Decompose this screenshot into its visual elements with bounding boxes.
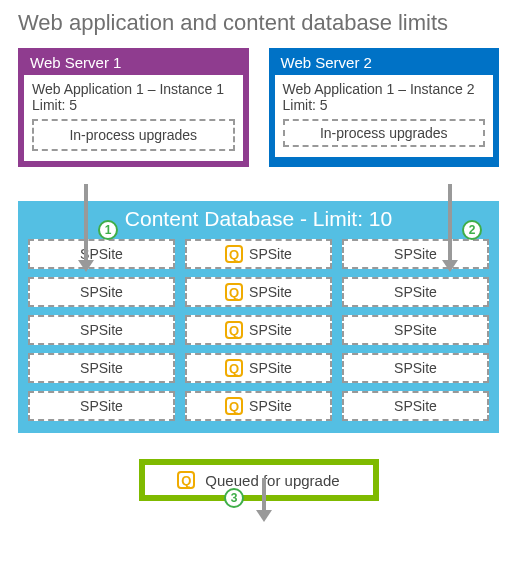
web-server-2-limit-line: Limit: 5 <box>283 97 486 113</box>
step-1-number: 1 <box>105 223 112 237</box>
spsite-cell: SPSite <box>342 315 489 345</box>
spsite-cell-queued: QSPSite <box>185 391 332 421</box>
web-server-1-header: Web Server 1 <box>30 54 243 71</box>
spsite-label: SPSite <box>394 322 437 338</box>
spsite-label: SPSite <box>249 360 292 376</box>
spsite-label: SPSite <box>394 360 437 376</box>
web-server-1-body: Web Application 1 – Instance 1 Limit: 5 … <box>24 75 243 161</box>
spsite-label: SPSite <box>249 398 292 414</box>
spsite-cell: SPSite <box>28 239 175 269</box>
web-server-2-inprocess-label: In-process upgrades <box>320 125 448 141</box>
web-server-1-inprocess-label: In-process upgrades <box>69 127 197 143</box>
spsite-label: SPSite <box>394 398 437 414</box>
spsite-label: SPSite <box>80 398 123 414</box>
web-server-1-limit-line: Limit: 5 <box>32 97 235 113</box>
step-badge-3: 3 <box>224 488 244 508</box>
queued-icon: Q <box>225 283 243 301</box>
spsite-cell-queued: QSPSite <box>185 277 332 307</box>
arrow-db-to-legend <box>254 478 274 522</box>
queued-icon: Q <box>225 397 243 415</box>
spsite-label: SPSite <box>80 360 123 376</box>
arrow-server2-to-db <box>440 184 460 274</box>
web-servers-row: Web Server 1 Web Application 1 – Instanc… <box>18 48 499 167</box>
spsite-label: SPSite <box>249 284 292 300</box>
spsite-label: SPSite <box>249 246 292 262</box>
queued-icon: Q <box>225 245 243 263</box>
web-server-2: Web Server 2 Web Application 1 – Instanc… <box>269 48 500 167</box>
spsite-grid: SPSite QSPSite SPSite SPSite QSPSite SPS… <box>28 239 489 421</box>
spsite-cell: SPSite <box>28 391 175 421</box>
spsite-cell: SPSite <box>28 315 175 345</box>
step-3-number: 3 <box>231 491 238 505</box>
spsite-cell-queued: QSPSite <box>185 315 332 345</box>
queued-icon: Q <box>225 359 243 377</box>
spsite-cell-queued: QSPSite <box>185 353 332 383</box>
web-server-2-header: Web Server 2 <box>281 54 494 71</box>
step-badge-2: 2 <box>462 220 482 240</box>
spsite-cell: SPSite <box>342 277 489 307</box>
web-server-1: Web Server 1 Web Application 1 – Instanc… <box>18 48 249 167</box>
diagram-canvas: Web application and content database lim… <box>18 10 499 501</box>
diagram-title: Web application and content database lim… <box>18 10 499 36</box>
step-badge-1: 1 <box>98 220 118 240</box>
spsite-cell: SPSite <box>342 353 489 383</box>
spsite-label: SPSite <box>249 322 292 338</box>
spsite-cell: SPSite <box>28 277 175 307</box>
web-server-2-app-line: Web Application 1 – Instance 2 <box>283 81 486 97</box>
spsite-cell: SPSite <box>28 353 175 383</box>
spsite-label: SPSite <box>80 322 123 338</box>
step-2-number: 2 <box>469 223 476 237</box>
spsite-label: SPSite <box>394 284 437 300</box>
web-server-1-inprocess-box: In-process upgrades <box>32 119 235 151</box>
spsite-cell-queued: QSPSite <box>185 239 332 269</box>
arrow-server1-to-db <box>76 184 96 274</box>
spsite-cell: SPSite <box>342 239 489 269</box>
web-server-2-inprocess-box: In-process upgrades <box>283 119 486 147</box>
spsite-cell: SPSite <box>342 391 489 421</box>
queued-icon: Q <box>225 321 243 339</box>
spsite-label: SPSite <box>80 284 123 300</box>
web-server-1-app-line: Web Application 1 – Instance 1 <box>32 81 235 97</box>
queued-icon: Q <box>177 471 195 489</box>
web-server-2-body: Web Application 1 – Instance 2 Limit: 5 … <box>275 75 494 157</box>
spsite-label: SPSite <box>394 246 437 262</box>
